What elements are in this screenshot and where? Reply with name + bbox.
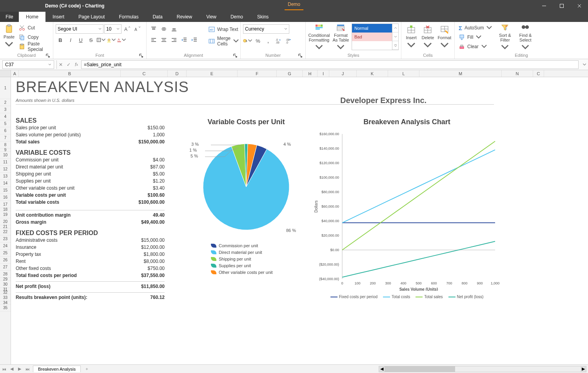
- horizontal-scrollbar[interactable]: ◀ ▶: [379, 366, 586, 372]
- autosum-button[interactable]: ΣAutoSum: [457, 24, 494, 32]
- cancel-edit-button[interactable]: ✕: [57, 60, 65, 69]
- column-header[interactable]: K: [357, 70, 388, 77]
- row-header[interactable]: 23: [0, 235, 11, 243]
- align-right-button[interactable]: [169, 35, 179, 45]
- sort-filter-button[interactable]: AZSort & Filter: [495, 24, 514, 52]
- style-bad[interactable]: Bad: [352, 33, 392, 41]
- font-color-button[interactable]: A: [117, 35, 126, 45]
- row-header[interactable]: 32: [0, 291, 11, 294]
- gallery-up-icon[interactable]: [392, 24, 398, 33]
- row-header[interactable]: 14: [0, 180, 11, 187]
- cut-button[interactable]: Cut: [17, 24, 51, 32]
- row-header[interactable]: 3: [0, 106, 11, 113]
- fill-button[interactable]: Fill: [457, 33, 494, 42]
- italic-button[interactable]: I: [66, 35, 75, 45]
- row-header[interactable]: 1: [0, 77, 11, 99]
- scroll-right-icon[interactable]: ▶: [581, 366, 586, 372]
- tab-page-layout[interactable]: Page Layout: [71, 12, 112, 22]
- font-size-combo[interactable]: 10: [104, 24, 122, 34]
- column-header[interactable]: F: [238, 70, 277, 77]
- row-header[interactable]: 7: [0, 134, 11, 141]
- select-all-corner[interactable]: [0, 70, 11, 77]
- gallery-more-icon[interactable]: [392, 41, 398, 50]
- row-header[interactable]: 22: [0, 228, 11, 235]
- row-header[interactable]: 12: [0, 166, 11, 173]
- tab-review[interactable]: Review: [170, 12, 199, 22]
- tab-formulas[interactable]: Formulas: [112, 12, 145, 22]
- close-button[interactable]: [570, 0, 588, 12]
- percent-button[interactable]: %: [253, 36, 263, 45]
- number-format-combo[interactable]: Currency: [243, 24, 289, 34]
- delete-cells-button[interactable]: Delete: [420, 24, 435, 52]
- row-header[interactable]: 5: [0, 120, 11, 127]
- row-header[interactable]: 13: [0, 173, 11, 180]
- column-header[interactable]: E: [187, 70, 238, 77]
- grow-font-button[interactable]: A: [122, 24, 132, 34]
- strike-button[interactable]: S: [86, 35, 96, 45]
- tab-file[interactable]: File: [0, 12, 19, 22]
- maximize-button[interactable]: [553, 0, 570, 12]
- row-header[interactable]: 29: [0, 278, 11, 281]
- conditional-formatting-button[interactable]: Conditional Formatting: [308, 24, 330, 52]
- borders-button[interactable]: [96, 35, 106, 45]
- column-header[interactable]: I: [318, 70, 329, 77]
- row-header[interactable]: 26: [0, 257, 11, 264]
- row-header[interactable]: 19: [0, 211, 11, 218]
- align-top-button[interactable]: [149, 24, 158, 34]
- format-as-table-button[interactable]: Format As Table: [332, 24, 350, 52]
- increase-decimal-button[interactable]: .0.00: [274, 36, 283, 45]
- format-cells-button[interactable]: Format: [437, 24, 452, 52]
- tab-insert[interactable]: Insert: [45, 12, 71, 22]
- row-header[interactable]: 6: [0, 127, 11, 134]
- align-middle-button[interactable]: [159, 24, 169, 34]
- number-launcher-icon[interactable]: [298, 54, 302, 58]
- sheet-tab-active[interactable]: Breakeven Analysis: [33, 366, 81, 372]
- confirm-edit-button[interactable]: ✓: [65, 60, 73, 69]
- tab-demo[interactable]: Demo: [223, 12, 250, 22]
- bold-button[interactable]: B: [56, 35, 65, 45]
- tab-nav-last[interactable]: ⏭: [24, 365, 31, 373]
- indent-decrease-button[interactable]: [180, 35, 189, 45]
- row-header[interactable]: 18: [0, 208, 11, 211]
- row-header[interactable]: 21: [0, 225, 11, 228]
- merge-cells-button[interactable]: Merge Cells: [207, 37, 241, 45]
- row-header[interactable]: 10: [0, 152, 11, 159]
- insert-cells-button[interactable]: Insert: [404, 24, 419, 52]
- tab-view[interactable]: View: [199, 12, 223, 22]
- style-blank[interactable]: [352, 41, 392, 50]
- row-header[interactable]: 11: [0, 159, 11, 166]
- tab-nav-prev[interactable]: ◀: [8, 365, 16, 373]
- font-name-combo[interactable]: Segoe UI: [56, 24, 103, 34]
- wrap-text-button[interactable]: abWrap Text: [207, 25, 241, 34]
- add-sheet-button[interactable]: ＋: [82, 366, 91, 372]
- row-header[interactable]: 35: [0, 304, 11, 311]
- column-header[interactable]: C: [533, 70, 544, 77]
- row-header[interactable]: 34: [0, 301, 11, 304]
- column-header[interactable]: D: [168, 70, 187, 77]
- column-header[interactable]: G: [277, 70, 303, 77]
- gallery-down-icon[interactable]: [392, 33, 398, 41]
- row-header[interactable]: 9: [0, 148, 11, 152]
- align-left-button[interactable]: [149, 35, 158, 45]
- align-bottom-button[interactable]: [169, 24, 179, 34]
- paste-special-button[interactable]: Paste Special: [17, 42, 51, 51]
- column-header[interactable]: C: [121, 70, 168, 77]
- name-box[interactable]: C37: [2, 60, 54, 69]
- align-center-button[interactable]: [159, 35, 169, 45]
- underline-button[interactable]: U: [76, 35, 85, 45]
- row-header[interactable]: 25: [0, 250, 11, 257]
- accounting-button[interactable]: $: [243, 36, 252, 45]
- clipboard-launcher-icon[interactable]: [46, 54, 50, 58]
- row-header[interactable]: 2: [0, 99, 11, 106]
- column-header[interactable]: N: [502, 70, 533, 77]
- column-header[interactable]: A: [11, 70, 19, 77]
- tab-nav-next[interactable]: ▶: [16, 365, 24, 373]
- tab-nav-first[interactable]: ⏮: [0, 365, 8, 373]
- row-header[interactable]: 15: [0, 187, 11, 194]
- column-header[interactable]: H: [303, 70, 318, 77]
- align-launcher-icon[interactable]: [233, 54, 237, 58]
- row-header[interactable]: 16: [0, 194, 11, 201]
- column-header[interactable]: J: [329, 70, 357, 77]
- row-header[interactable]: 24: [0, 243, 11, 250]
- formula-expand-button[interactable]: [581, 63, 588, 67]
